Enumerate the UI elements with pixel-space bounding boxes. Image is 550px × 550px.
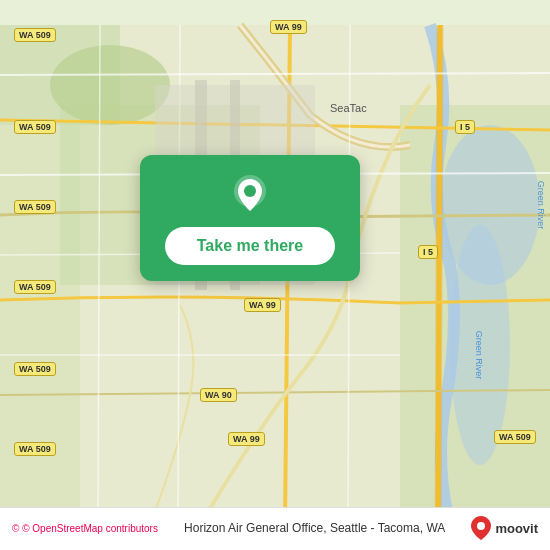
road-label-wa99-3: WA 99 xyxy=(228,432,265,446)
take-me-there-button[interactable]: Take me there xyxy=(165,227,335,265)
road-label-i5-1: I 5 xyxy=(455,120,475,134)
green-river-label-2: Green River xyxy=(474,331,484,380)
green-river-label: Green River xyxy=(536,181,546,230)
road-label-wa509-1: WA 509 xyxy=(14,28,56,42)
map-container: WA 509 WA 99 I 5 WA 509 WA 509 WA 509 I … xyxy=(0,0,550,550)
road-label-wa509-5: WA 509 xyxy=(14,362,56,376)
road-label-wa99-2: WA 99 xyxy=(244,298,281,312)
svg-point-4 xyxy=(50,45,170,125)
road-label-wa509-4: WA 509 xyxy=(14,280,56,294)
svg-rect-3 xyxy=(0,125,80,525)
location-pin-icon xyxy=(228,173,272,217)
copyright-symbol: © xyxy=(12,523,19,534)
location-info: Horizon Air General Office, Seattle - Ta… xyxy=(158,521,471,535)
moovit-text: moovit xyxy=(495,521,538,536)
moovit-logo: moovit xyxy=(471,516,538,540)
svg-point-12 xyxy=(244,185,256,197)
moovit-pin-icon xyxy=(471,516,491,540)
road-label-wa90: WA 90 xyxy=(200,388,237,402)
map-attribution: © © OpenStreetMap contributors xyxy=(12,523,158,534)
road-label-wa99-1: WA 99 xyxy=(270,20,307,34)
road-label-wa509-6: WA 509 xyxy=(14,442,56,456)
attribution-text: © OpenStreetMap contributors xyxy=(22,523,158,534)
bottom-bar: © © OpenStreetMap contributors Horizon A… xyxy=(0,507,550,550)
road-label-wa509-right: WA 509 xyxy=(494,430,536,444)
road-label-wa509-3: WA 509 xyxy=(14,200,56,214)
popup-card: Take me there xyxy=(140,155,360,281)
seatac-label: SeaTac xyxy=(330,102,367,114)
svg-point-13 xyxy=(477,522,485,530)
road-label-i5-2: I 5 xyxy=(418,245,438,259)
road-label-wa509-2: WA 509 xyxy=(14,120,56,134)
